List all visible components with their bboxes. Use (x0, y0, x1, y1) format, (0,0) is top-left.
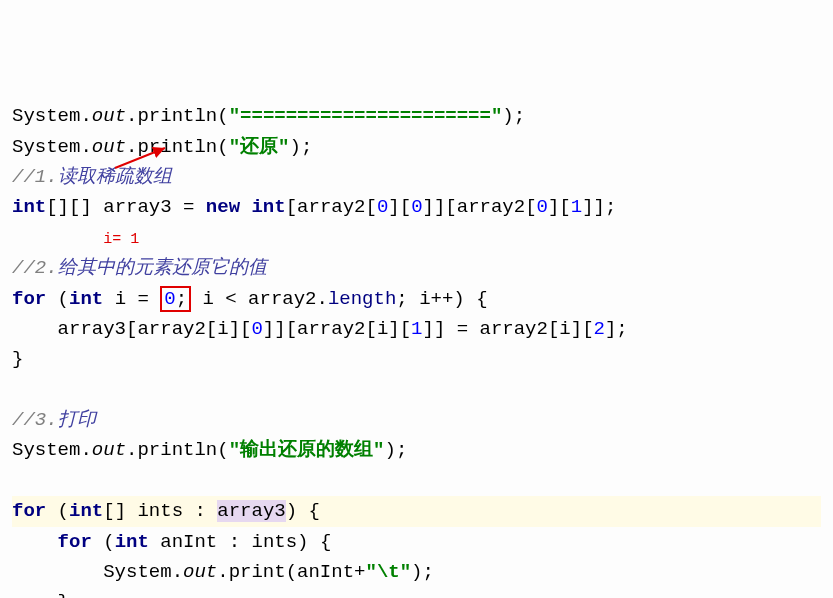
code-line: } (12, 591, 69, 598)
code-line: System.out.println("====================… (12, 105, 525, 127)
highlighted-zero: 0; (160, 286, 191, 312)
code-block: System.out.println("====================… (12, 101, 821, 598)
usage-highlight: array3 (217, 500, 285, 522)
code-line: System.out.print(anInt+"\t"); (12, 561, 434, 583)
code-line: int[][] array3 = new int[array2[0][0]][a… (12, 196, 616, 218)
comment-line: //2.给其中的元素还原它的值 (12, 257, 267, 279)
comment-line: //3.打印 (12, 409, 96, 431)
comment-line: //1.读取稀疏数组 (12, 166, 172, 188)
code-line: } (12, 348, 23, 370)
code-line: array3[array2[i][0]][array2[i][1]] = arr… (12, 318, 628, 340)
code-line: System.out.println("输出还原的数组"); (12, 439, 407, 461)
annotation-line: i= 1 (12, 227, 139, 249)
annotation-text: i= 1 (103, 231, 139, 248)
code-line: System.out.println("还原"); (12, 136, 312, 158)
code-line: for (int i = 0; i < array2.length; i++) … (12, 286, 488, 312)
code-line-highlighted: for (int[] ints : array3) { (12, 496, 821, 526)
code-line: for (int anInt : ints) { (12, 531, 331, 553)
